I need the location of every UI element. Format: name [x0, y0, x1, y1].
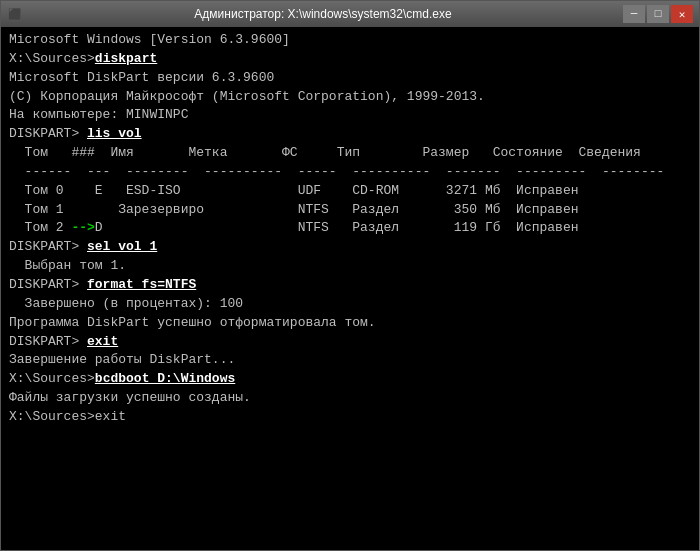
terminal-line: Том ### Имя Метка ФС Тип Размер Состояни…	[9, 144, 691, 163]
terminal-line: Microsoft DiskPart версии 6.3.9600	[9, 69, 691, 88]
terminal-line: DISKPART> format fs=NTFS	[9, 276, 691, 295]
minimize-button[interactable]: ─	[623, 5, 645, 23]
terminal-line: Файлы загрузки успешно созданы.	[9, 389, 691, 408]
terminal-line: DISKPART> sel vol 1	[9, 238, 691, 257]
terminal-line: Том 2 -->D NTFS Раздел 119 Гб Исправен	[9, 219, 691, 238]
command-text: format fs=NTFS	[87, 277, 196, 292]
terminal-line: Том 1 Зарезервиро NTFS Раздел 350 Мб Исп…	[9, 201, 691, 220]
arrow-icon: -->	[71, 220, 94, 235]
prompt: X:\Sources>	[9, 51, 95, 66]
command-text: sel vol 1	[87, 239, 157, 254]
terminal-line: Завершено (в процентах): 100	[9, 295, 691, 314]
terminal-output[interactable]: Microsoft Windows [Version 6.3.9600]X:\S…	[1, 27, 699, 550]
terminal-line: На компьютере: MINWINPC	[9, 106, 691, 125]
command-text: exit	[87, 334, 118, 349]
prompt: DISKPART>	[9, 277, 87, 292]
window-controls: ─ □ ✕	[623, 5, 693, 23]
prompt: DISKPART>	[9, 334, 87, 349]
terminal-line: Программа DiskPart успешно отформатирова…	[9, 314, 691, 333]
terminal-line: X:\Sources>bcdboot D:\Windows	[9, 370, 691, 389]
terminal-line: ------ --- -------- ---------- ----- ---…	[9, 163, 691, 182]
close-button[interactable]: ✕	[671, 5, 693, 23]
command-text: bcdboot D:\Windows	[95, 371, 235, 386]
maximize-button[interactable]: □	[647, 5, 669, 23]
prompt: X:\Sources>	[9, 371, 95, 386]
terminal-line: DISKPART> lis vol	[9, 125, 691, 144]
terminal-line: Выбран том 1.	[9, 257, 691, 276]
command-text: lis vol	[87, 126, 142, 141]
cmd-window: ⬛ Администратор: X:\windows\system32\cmd…	[0, 0, 700, 551]
terminal-line: Том 0 E ESD-ISO UDF CD-ROM 3271 Мб Испра…	[9, 182, 691, 201]
terminal-line: X:\Sources>diskpart	[9, 50, 691, 69]
terminal-line: Microsoft Windows [Version 6.3.9600]	[9, 31, 691, 50]
prompt: DISKPART>	[9, 239, 87, 254]
window-icon: ⬛	[7, 6, 23, 22]
command-text: diskpart	[95, 51, 157, 66]
terminal-line: DISKPART> exit	[9, 333, 691, 352]
terminal-line: (C) Корпорация Майкрософт (Microsoft Cor…	[9, 88, 691, 107]
terminal-line: Завершение работы DiskPart...	[9, 351, 691, 370]
title-bar-text: Администратор: X:\windows\system32\cmd.e…	[23, 7, 623, 21]
table-cell: D NTFS Раздел 119 Гб Исправен	[95, 220, 579, 235]
terminal-line: X:\Sources>exit	[9, 408, 691, 427]
table-cell: Том 2	[9, 220, 71, 235]
prompt: DISKPART>	[9, 126, 87, 141]
title-bar: ⬛ Администратор: X:\windows\system32\cmd…	[1, 1, 699, 27]
